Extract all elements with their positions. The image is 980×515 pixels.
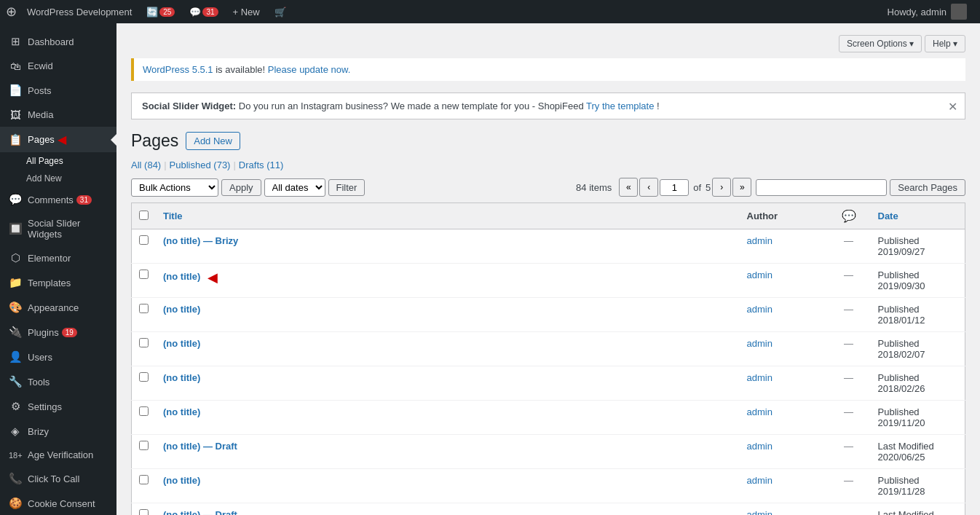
cookie-consent-icon: 🍪 — [9, 497, 22, 510]
sidebar-item-dashboard[interactable]: ⊞ Dashboard — [0, 29, 116, 54]
sidebar-item-cookie-consent[interactable]: 🍪 Cookie Consent — [0, 491, 116, 515]
help-button[interactable]: Help ▾ — [925, 35, 965, 52]
page-title-link[interactable]: (no title) — Brizy — [163, 235, 238, 246]
sidebar-item-brizy[interactable]: ◈ Brizy — [0, 419, 116, 444]
red-arrow-sidebar: ◀ — [58, 133, 66, 146]
row-checkbox[interactable] — [139, 509, 149, 515]
comments-link[interactable]: 💬 31 — [182, 0, 225, 23]
select-all-checkbox[interactable] — [139, 211, 149, 220]
media-icon: 🖼 — [9, 109, 22, 121]
comments-value: — — [844, 406, 853, 417]
row-checkbox[interactable] — [139, 372, 149, 382]
updates-link[interactable]: 🔄 25 — [139, 0, 182, 23]
settings-icon: ⚙ — [9, 400, 22, 413]
sidebar-item-label: Appearance — [28, 302, 79, 313]
page-title-link[interactable]: (no title) — Draft — [163, 441, 237, 452]
author-link[interactable]: admin — [747, 509, 772, 515]
notice-dismiss-button[interactable]: ✕ — [948, 99, 957, 113]
wordpress-update-link[interactable]: WordPress 5.5.1 — [143, 64, 216, 75]
sidebar-item-pages[interactable]: 📋 Pages ◀ — [0, 127, 116, 152]
sidebar-item-comments[interactable]: 💬 Comments 31 — [0, 187, 116, 212]
table-row: (no title) admin — Published2018/02/07 — [132, 332, 965, 366]
admin-sidebar: ⊞ Dashboard 🛍 Ecwid 📄 Posts 🖼 Media 📋 Pa… — [0, 23, 116, 515]
author-link[interactable]: admin — [747, 475, 772, 486]
sidebar-item-ecwid[interactable]: 🛍 Ecwid — [0, 54, 116, 78]
author-link[interactable]: admin — [747, 372, 772, 383]
page-title-link[interactable]: (no title) — [163, 406, 200, 417]
sidebar-item-users[interactable]: 👤 Users — [0, 345, 116, 369]
sidebar-item-label: Users — [28, 352, 52, 363]
sidebar-item-templates[interactable]: 📁 Templates — [0, 270, 116, 295]
author-link[interactable]: admin — [747, 270, 772, 280]
row-checkbox[interactable] — [139, 406, 149, 416]
tools-icon: 🔧 — [9, 375, 22, 388]
ecwid-icon: 🛍 — [9, 60, 22, 72]
sidebar-item-label: Templates — [28, 278, 71, 288]
sidebar-item-age-verification[interactable]: 18+ Age Verification — [0, 444, 116, 466]
please-update-link[interactable]: Please update now. — [268, 64, 350, 75]
author-link[interactable]: admin — [747, 304, 772, 315]
sidebar-item-tools[interactable]: 🔧 Tools — [0, 369, 116, 394]
author-link[interactable]: admin — [747, 235, 772, 246]
page-title: Pages — [131, 131, 178, 151]
row-checkbox[interactable] — [139, 475, 149, 484]
search-pages-button[interactable]: Search Pages — [890, 179, 965, 196]
page-title-link[interactable]: (no title) — [163, 271, 200, 282]
sidebar-subitem-all-pages[interactable]: All Pages — [0, 152, 116, 170]
sidebar-item-plugins[interactable]: 🔌 Plugins 19 — [0, 320, 116, 345]
sidebar-item-elementor[interactable]: ⬡ Elementor — [0, 245, 116, 270]
pagination-prev[interactable]: ‹ — [639, 178, 658, 197]
appearance-icon: 🎨 — [9, 301, 22, 314]
screen-options-button[interactable]: Screen Options ▾ — [839, 35, 922, 52]
site-name-text: WordPress Development — [27, 7, 132, 17]
new-content-link[interactable]: + New — [226, 0, 267, 23]
site-name-link[interactable]: WordPress Development — [20, 0, 139, 23]
pagination-next[interactable]: › — [712, 178, 731, 197]
bulk-actions-select[interactable]: Bulk Actions — [131, 178, 218, 197]
woocommerce-link[interactable]: 🛒 — [267, 0, 293, 23]
howdy-label[interactable]: Howdy, admin — [880, 0, 974, 23]
published-filter[interactable]: Published (73) — [170, 160, 231, 170]
pagination-current-page[interactable] — [660, 179, 689, 196]
sidebar-item-social-slider[interactable]: 🔲 Social Slider Widgets — [0, 212, 116, 245]
author-link[interactable]: admin — [747, 406, 772, 417]
plugin-notice-link[interactable]: Try the template — [586, 101, 657, 111]
page-title-link[interactable]: (no title) — [163, 338, 200, 349]
row-checkbox[interactable] — [139, 304, 149, 313]
page-title-link[interactable]: (no title) — [163, 475, 200, 486]
pages-table: Title Author 💬 Date — [131, 203, 965, 515]
sidebar-item-media[interactable]: 🖼 Media — [0, 103, 116, 127]
page-title-link[interactable]: (no title) — [163, 304, 200, 315]
author-link[interactable]: admin — [747, 441, 772, 452]
sidebar-item-posts[interactable]: 📄 Posts — [0, 78, 116, 103]
page-title-link[interactable]: (no title) — Draft — [163, 509, 237, 515]
search-input[interactable] — [756, 179, 887, 196]
apply-button[interactable]: Apply — [221, 179, 261, 196]
title-sort-link[interactable]: Title — [163, 211, 183, 221]
add-new-button[interactable]: Add New — [186, 132, 240, 150]
sidebar-item-label: Brizy — [28, 426, 49, 437]
row-checkbox[interactable] — [139, 338, 149, 347]
date-filter-select[interactable]: All dates — [264, 178, 325, 197]
row-checkbox[interactable] — [139, 270, 149, 279]
sidebar-item-label: Pages — [28, 134, 55, 145]
filter-button[interactable]: Filter — [328, 179, 365, 196]
pagination-first[interactable]: « — [619, 178, 638, 197]
sidebar-item-click-to-call[interactable]: 📞 Click To Call — [0, 466, 116, 491]
page-title-link[interactable]: (no title) — [163, 372, 200, 383]
date-sort-link[interactable]: Date — [878, 211, 898, 221]
row-checkbox[interactable] — [139, 235, 149, 245]
update-notice: WordPress 5.5.1 is available! Please upd… — [131, 58, 965, 81]
sidebar-item-appearance[interactable]: 🎨 Appearance — [0, 295, 116, 320]
drafts-label: Drafts — [239, 160, 264, 170]
sidebar-subitem-add-new[interactable]: Add New — [0, 170, 116, 187]
all-pages-filter[interactable]: All (84) — [131, 160, 161, 170]
pagination-last[interactable]: » — [732, 178, 751, 197]
author-column-header: Author — [740, 203, 827, 229]
sidebar-item-settings[interactable]: ⚙ Settings — [0, 394, 116, 419]
admin-bar: ⊕ WordPress Development 🔄 25 💬 31 + New … — [0, 0, 980, 23]
comments-value: — — [844, 235, 853, 246]
author-link[interactable]: admin — [747, 338, 772, 349]
drafts-filter[interactable]: Drafts (11) — [239, 160, 283, 170]
row-checkbox[interactable] — [139, 441, 149, 450]
